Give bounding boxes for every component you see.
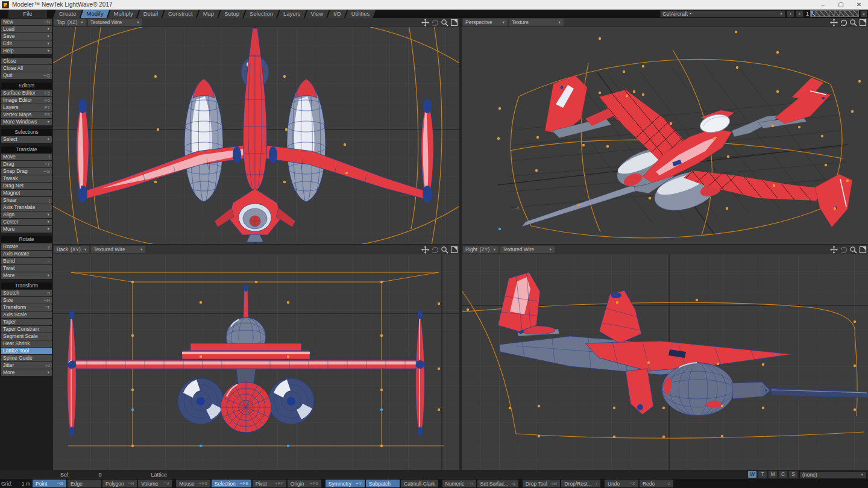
menu-tab-utilities[interactable]: Utilities: [345, 10, 376, 18]
vmap-mode-m[interactable]: M: [769, 471, 777, 478]
pan-icon[interactable]: [421, 246, 429, 254]
sidebar-item-more[interactable]: More▼: [1, 272, 52, 279]
zoom-icon[interactable]: [849, 246, 857, 254]
menu-tab-create[interactable]: Create: [53, 10, 83, 18]
viewport-perspective-mode-select[interactable]: Texture ▼: [509, 19, 564, 26]
menu-tab-view[interactable]: View: [305, 10, 329, 18]
sidebar-item-segment-scale[interactable]: Segment Scale: [1, 333, 52, 340]
pan-icon[interactable]: [421, 19, 429, 27]
minimize-button[interactable]: –: [814, 0, 832, 10]
sidebar-item-spline-guide[interactable]: Spline Guide: [1, 355, 52, 361]
toolbar-drop-tool[interactable]: Drop Toolret: [523, 480, 561, 487]
vertex-map-selector[interactable]: (none) ▼: [799, 471, 867, 478]
toolbar-symmetry[interactable]: Symmetry+Y: [326, 480, 365, 487]
viewport-perspective-canvas[interactable]: +X-Z-X: [462, 27, 868, 244]
sidebar-item-snap-drag[interactable]: Snap Drag+G: [1, 168, 52, 175]
close-button[interactable]: ✕: [850, 0, 868, 10]
sidebar-item-transform[interactable]: Transform*T: [1, 304, 52, 311]
sidebar-item-size[interactable]: Size+H: [1, 297, 52, 304]
sidebar-item-rotate[interactable]: Rotatey: [1, 243, 52, 250]
sidebar-item-more-windows[interactable]: More Windows▼: [1, 119, 52, 125]
sidebar-item-align[interactable]: Align▼: [1, 211, 52, 218]
expand-pane-icon[interactable]: [450, 246, 458, 254]
viewport-right-canvas[interactable]: [462, 254, 868, 470]
toolbar-edge[interactable]: Edge: [68, 480, 101, 487]
toolbar-redo[interactable]: Redoz: [640, 480, 673, 487]
sidebar-item-select[interactable]: Select▼: [1, 136, 52, 143]
rotate-icon[interactable]: [840, 246, 848, 254]
toolbar-point[interactable]: Point^G: [33, 480, 66, 487]
sidebar-item-lattice-tool[interactable]: Lattice Tool: [1, 348, 52, 354]
layer-bank-dropdown[interactable]: ▼: [860, 10, 867, 17]
toolbar-catmull-clark[interactable]: Catmull-Clark: [401, 480, 438, 487]
pan-icon[interactable]: [830, 19, 838, 27]
sidebar-item-new[interactable]: New+N: [1, 19, 52, 25]
toolbar-selection[interactable]: Selection+F8: [212, 480, 251, 487]
sidebar-item-axis-translate[interactable]: Axis Translate: [1, 204, 52, 211]
sidebar-item-edit[interactable]: Edit▼: [1, 40, 52, 47]
toolbar-undo[interactable]: Undo^Z: [605, 480, 638, 487]
sidebar-item-taper-constrain[interactable]: Taper Constrain: [1, 326, 52, 333]
pan-icon[interactable]: [830, 246, 838, 254]
sidebar-item-heat-shrink[interactable]: Heat Shrink: [1, 340, 52, 347]
sidebar-item-load[interactable]: Load▼: [1, 26, 52, 33]
sidebar-item-magnet[interactable]: Magnet: [1, 190, 52, 196]
toolbar-polygon[interactable]: Polygon^H: [102, 480, 137, 487]
sidebar-item-help[interactable]: Help▼: [1, 48, 52, 54]
sidebar-item-move[interactable]: Movet: [1, 154, 52, 160]
sidebar-item-surface-editor[interactable]: Surface EditorF5: [1, 90, 52, 96]
viewport-top-mode-select[interactable]: Textured Wire ▼: [88, 19, 142, 26]
toolbar-mouse[interactable]: Mouse+F5: [176, 480, 210, 487]
file-menu-button[interactable]: File: [8, 10, 47, 18]
sidebar-item-shear[interactable]: Shear[: [1, 197, 52, 204]
menu-tab-map[interactable]: Map: [197, 10, 220, 18]
menu-tab-selection[interactable]: Selection: [244, 10, 279, 18]
prev-layer-bank-button[interactable]: ‹: [787, 10, 794, 17]
sidebar-item-bend[interactable]: Bend~: [1, 258, 52, 264]
toolbar-set-surfac[interactable]: Set Surfac...q: [477, 480, 518, 487]
sidebar-item-stretch[interactable]: Stretchh: [1, 290, 52, 296]
next-layer-bank-button[interactable]: ›: [796, 10, 804, 17]
toolbar-pivot[interactable]: Pivot+F7: [253, 480, 286, 487]
expand-pane-icon[interactable]: [859, 246, 867, 254]
sidebar-item-tweak[interactable]: Tweak: [1, 175, 52, 182]
zoom-icon[interactable]: [441, 246, 448, 254]
sidebar-item-axis-scale[interactable]: Axis Scale: [1, 311, 52, 318]
sidebar-item-drag-net[interactable]: Drag Net;: [1, 183, 52, 189]
viewport-perspective-view-select[interactable]: Perspective ▼: [463, 19, 508, 26]
viewport-back-mode-select[interactable]: Textured Wire ▼: [91, 246, 145, 253]
vmap-mode-s[interactable]: S: [789, 471, 797, 478]
maximize-button[interactable]: ▢: [832, 0, 850, 10]
zoom-icon[interactable]: [441, 19, 448, 27]
toolbar-origin[interactable]: Origin+F6: [288, 480, 321, 487]
viewport-back-view-select[interactable]: Back (XY) ▼: [54, 246, 89, 253]
vmap-mode-w[interactable]: W: [748, 471, 756, 478]
viewport-top-canvas[interactable]: [53, 27, 459, 244]
sidebar-item-close-all[interactable]: Close All: [1, 65, 52, 72]
sidebar-item-drag[interactable]: Drag^T: [1, 161, 52, 167]
menu-tab-modify[interactable]: Modify: [81, 10, 110, 18]
toolbar-numeric[interactable]: Numericn: [442, 480, 476, 487]
vmap-mode-c[interactable]: C: [779, 471, 787, 478]
rotate-icon[interactable]: [431, 19, 439, 27]
toolbar-drop-rest[interactable]: Drop/Rest.../: [561, 480, 600, 487]
expand-pane-icon[interactable]: [859, 19, 867, 27]
menu-tab-setup[interactable]: Setup: [218, 10, 245, 18]
sidebar-item-more[interactable]: More▼: [1, 226, 52, 233]
rotate-icon[interactable]: [431, 246, 439, 254]
toolbar-volume[interactable]: Volume^J: [138, 480, 172, 487]
sidebar-item-close[interactable]: Close: [1, 58, 52, 64]
zoom-icon[interactable]: [849, 19, 857, 27]
menu-tab-layers[interactable]: Layers: [277, 10, 307, 18]
viewport-back-canvas[interactable]: [53, 254, 459, 470]
viewport-top-view-select[interactable]: Top (XZ) ▼: [54, 19, 86, 26]
sidebar-item-save[interactable]: Save▼: [1, 33, 52, 40]
sidebar-item-image-editor[interactable]: Image EditorF6: [1, 97, 52, 104]
sidebar-item-center[interactable]: Center▼: [1, 219, 52, 225]
sidebar-item-layers[interactable]: LayersF7: [1, 104, 52, 111]
viewport-right-mode-select[interactable]: Textured Wire ▼: [500, 246, 555, 253]
menu-tab-construct[interactable]: Construct: [162, 10, 199, 18]
expand-pane-icon[interactable]: [450, 19, 458, 27]
menu-tab-detail[interactable]: Detail: [137, 10, 164, 18]
sidebar-item-jitter[interactable]: Jitter+J: [1, 362, 52, 369]
